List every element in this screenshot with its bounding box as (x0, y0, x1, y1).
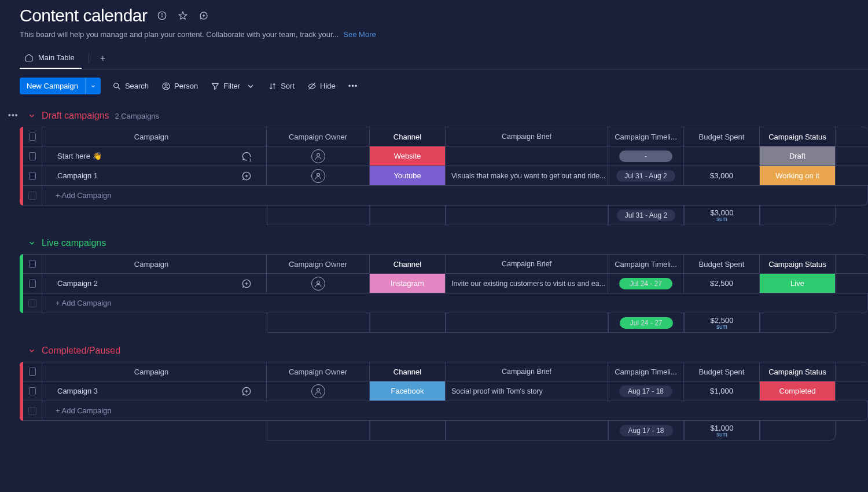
budget-cell[interactable]: $3,000 (684, 166, 760, 185)
new-campaign-button[interactable]: New Campaign (20, 78, 85, 94)
view-tab-main-table[interactable]: Main Table (20, 48, 82, 69)
table-row[interactable]: Campaign 3 Facebook Social proof with To… (23, 381, 868, 401)
row-checkbox[interactable] (29, 172, 36, 180)
group-count: 2 Campaigns (115, 112, 160, 120)
group-name[interactable]: Live campaigns (42, 238, 106, 248)
timeline-cell[interactable]: - (608, 146, 684, 166)
chat-icon[interactable]: 1 (241, 150, 252, 162)
brief-cell[interactable]: Invite our existing customers to visit u… (446, 274, 608, 293)
table-row[interactable]: Campaign 1 Youtube Visuals that make you… (23, 166, 868, 186)
row-checkbox[interactable] (29, 280, 36, 288)
person-icon (161, 82, 171, 91)
col-budget[interactable]: Budget Spent (684, 127, 760, 146)
view-tab-label: Main Table (38, 53, 75, 62)
group-name[interactable]: Draft campaigns (42, 111, 109, 121)
budget-cell[interactable]: $1,000 (684, 381, 760, 401)
col-channel[interactable]: Channel (370, 127, 446, 146)
status-cell[interactable]: Completed (760, 381, 836, 401)
col-campaign[interactable]: Campaign (42, 127, 267, 146)
col-channel[interactable]: Channel (370, 255, 446, 273)
brief-cell[interactable]: Visuals that make you want to get out an… (446, 166, 608, 185)
budget-cell[interactable] (684, 146, 760, 166)
col-brief[interactable]: Campaign Brief (446, 255, 608, 273)
status-cell[interactable]: Working on it (760, 166, 836, 185)
timeline-cell[interactable]: Jul 24 - 27 (608, 274, 684, 293)
col-budget[interactable]: Budget Spent (684, 255, 760, 273)
timeline-cell[interactable]: Jul 31 - Aug 2 (608, 166, 684, 185)
col-campaign[interactable]: Campaign (42, 362, 267, 381)
status-cell[interactable]: Draft (760, 146, 836, 166)
campaign-name[interactable]: Campaign 1 (57, 171, 241, 180)
add-campaign-input[interactable]: + Add Campaign (23, 293, 868, 313)
row-checkbox[interactable] (29, 368, 36, 376)
channel-cell[interactable]: Instagram (370, 274, 446, 293)
search-tool[interactable]: Search (111, 79, 150, 93)
row-checkbox[interactable] (29, 152, 36, 160)
footer-budget: $1,000sum (684, 421, 760, 440)
avatar[interactable] (311, 149, 325, 163)
row-checkbox[interactable] (29, 133, 36, 141)
col-status[interactable]: Campaign Status (760, 362, 836, 381)
col-status[interactable]: Campaign Status (760, 127, 836, 146)
footer-channel (370, 205, 446, 225)
col-brief[interactable]: Campaign Brief (446, 362, 608, 381)
filter-tool[interactable]: Filter (209, 79, 256, 93)
timeline-cell[interactable]: Aug 17 - 18 (608, 381, 684, 401)
svg-point-16 (317, 281, 319, 284)
group-name[interactable]: Completed/Paused (42, 346, 120, 356)
group-menu-icon[interactable]: ••• (8, 111, 19, 120)
brief-cell[interactable]: Social proof with Tom's story (446, 381, 608, 401)
campaign-name[interactable]: Campaign 3 (57, 387, 241, 395)
col-owner[interactable]: Campaign Owner (267, 127, 370, 146)
row-checkbox-disabled (28, 299, 36, 307)
brief-cell[interactable] (446, 146, 608, 166)
col-budget[interactable]: Budget Spent (684, 362, 760, 381)
col-campaign[interactable]: Campaign (42, 255, 267, 273)
add-campaign-input[interactable]: + Add Campaign (23, 401, 868, 421)
svg-point-2 (161, 14, 162, 14)
row-checkbox-disabled (28, 192, 36, 200)
col-brief[interactable]: Campaign Brief (446, 127, 608, 146)
home-icon (24, 53, 34, 62)
footer-channel (370, 313, 446, 333)
person-tool[interactable]: Person (160, 79, 199, 93)
footer-timeline: Jul 31 - Aug 2 (608, 205, 684, 225)
col-owner[interactable]: Campaign Owner (267, 255, 370, 273)
hide-tool[interactable]: Hide (306, 79, 337, 93)
row-checkbox[interactable] (29, 387, 36, 395)
row-checkbox[interactable] (29, 260, 36, 268)
footer-owner (267, 205, 370, 225)
budget-cell[interactable]: $2,500 (684, 274, 760, 293)
star-icon[interactable] (178, 10, 188, 21)
new-campaign-dropdown[interactable] (85, 78, 101, 94)
col-owner[interactable]: Campaign Owner (267, 362, 370, 381)
add-chat-icon[interactable] (241, 278, 252, 289)
add-chat-icon[interactable] (241, 170, 252, 182)
avatar[interactable] (311, 277, 325, 291)
col-timeline[interactable]: Campaign Timeli... (608, 255, 684, 273)
channel-cell[interactable]: Youtube (370, 166, 446, 185)
col-timeline[interactable]: Campaign Timeli... (608, 127, 684, 146)
more-tool[interactable]: ••• (347, 79, 359, 93)
col-channel[interactable]: Channel (370, 362, 446, 381)
add-view-button[interactable]: + (96, 52, 110, 65)
avatar[interactable] (311, 384, 325, 398)
col-timeline[interactable]: Campaign Timeli... (608, 362, 684, 381)
campaign-name[interactable]: Campaign 2 (57, 279, 241, 288)
sort-tool[interactable]: Sort (267, 79, 296, 93)
channel-cell[interactable]: Facebook (370, 381, 446, 401)
info-icon[interactable] (157, 10, 167, 21)
see-more-link[interactable]: See More (343, 30, 376, 39)
add-campaign-input[interactable]: + Add Campaign (23, 186, 868, 205)
avatar[interactable] (311, 169, 325, 183)
status-cell[interactable]: Live (760, 274, 836, 293)
channel-cell[interactable]: Website (370, 146, 446, 166)
add-chat-icon[interactable] (241, 385, 252, 397)
svg-point-19 (317, 388, 319, 391)
col-status[interactable]: Campaign Status (760, 255, 836, 273)
campaign-name[interactable]: Start here 👋 (57, 152, 241, 160)
table-row[interactable]: Campaign 2 Instagram Invite our existing… (23, 274, 868, 293)
footer-status (760, 421, 836, 440)
table-row[interactable]: Start here 👋1 Website - Draft (23, 146, 868, 166)
chat-add-icon[interactable] (198, 10, 209, 21)
